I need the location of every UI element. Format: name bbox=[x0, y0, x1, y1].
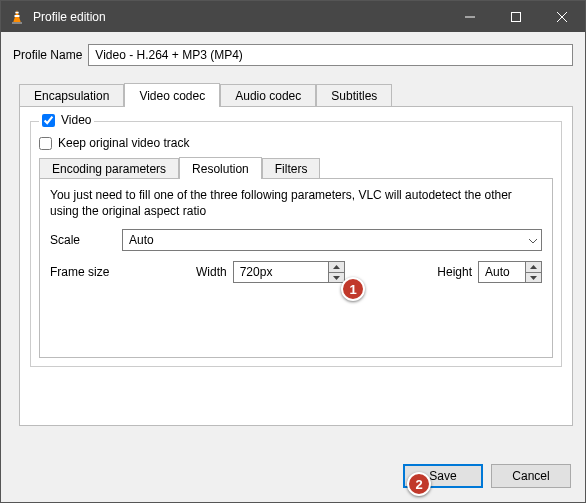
profile-name-row: Profile Name bbox=[13, 44, 573, 66]
svg-marker-11 bbox=[530, 276, 537, 280]
cancel-button[interactable]: Cancel bbox=[491, 464, 571, 488]
height-spinner[interactable] bbox=[478, 261, 542, 283]
frame-size-label: Frame size bbox=[50, 265, 196, 279]
subtab-resolution[interactable]: Resolution bbox=[179, 157, 262, 179]
scale-select[interactable]: Auto bbox=[122, 229, 542, 251]
subtab-encoding-parameters[interactable]: Encoding parameters bbox=[39, 158, 179, 178]
video-group: Video Keep original video track Encoding… bbox=[30, 121, 562, 367]
main-tabs: Encapsulation Video codec Audio codec Su… bbox=[19, 84, 573, 106]
subtab-filters[interactable]: Filters bbox=[262, 158, 321, 178]
tab-encapsulation[interactable]: Encapsulation bbox=[19, 84, 124, 106]
video-codec-panel: Video Keep original video track Encoding… bbox=[19, 106, 573, 426]
svg-marker-10 bbox=[530, 265, 537, 269]
profile-name-input[interactable] bbox=[88, 44, 573, 66]
tab-audio-codec[interactable]: Audio codec bbox=[220, 84, 316, 106]
svg-rect-1 bbox=[15, 15, 20, 17]
maximize-button[interactable] bbox=[493, 1, 539, 32]
width-step-up[interactable] bbox=[329, 262, 344, 273]
resolution-hint: You just need to fill one of the three f… bbox=[50, 187, 542, 219]
titlebar: Profile edition bbox=[1, 1, 585, 32]
height-step-down[interactable] bbox=[526, 273, 541, 283]
video-checkbox[interactable] bbox=[42, 114, 55, 127]
width-step-down[interactable] bbox=[329, 273, 344, 283]
sub-tabs: Encoding parameters Resolution Filters bbox=[39, 158, 553, 178]
callout-badge-1: 1 bbox=[341, 277, 365, 301]
svg-rect-5 bbox=[512, 12, 521, 21]
resolution-panel: You just need to fill one of the three f… bbox=[39, 178, 553, 358]
close-button[interactable] bbox=[539, 1, 585, 32]
height-step-up[interactable] bbox=[526, 262, 541, 273]
tab-subtitles[interactable]: Subtitles bbox=[316, 84, 392, 106]
callout-badge-2: 2 bbox=[407, 472, 431, 496]
chevron-down-icon bbox=[529, 233, 537, 247]
height-label: Height bbox=[437, 265, 472, 279]
width-input[interactable] bbox=[234, 262, 328, 282]
keep-original-label: Keep original video track bbox=[58, 136, 189, 150]
scale-label: Scale bbox=[50, 233, 122, 247]
height-input[interactable] bbox=[479, 262, 525, 282]
svg-rect-2 bbox=[15, 11, 18, 13]
scale-value: Auto bbox=[129, 233, 154, 247]
video-checkbox-label: Video bbox=[61, 113, 91, 127]
svg-marker-9 bbox=[333, 276, 340, 280]
dialog-body: Profile Name Encapsulation Video codec A… bbox=[1, 32, 585, 502]
app-vlc-icon bbox=[9, 9, 25, 25]
width-label: Width bbox=[196, 265, 227, 279]
svg-marker-8 bbox=[333, 265, 340, 269]
keep-original-checkbox[interactable] bbox=[39, 137, 52, 150]
svg-rect-3 bbox=[12, 22, 22, 24]
window-title: Profile edition bbox=[33, 10, 106, 24]
width-spinner[interactable] bbox=[233, 261, 345, 283]
profile-name-label: Profile Name bbox=[13, 48, 82, 62]
tab-video-codec[interactable]: Video codec bbox=[124, 83, 220, 107]
minimize-button[interactable] bbox=[447, 1, 493, 32]
